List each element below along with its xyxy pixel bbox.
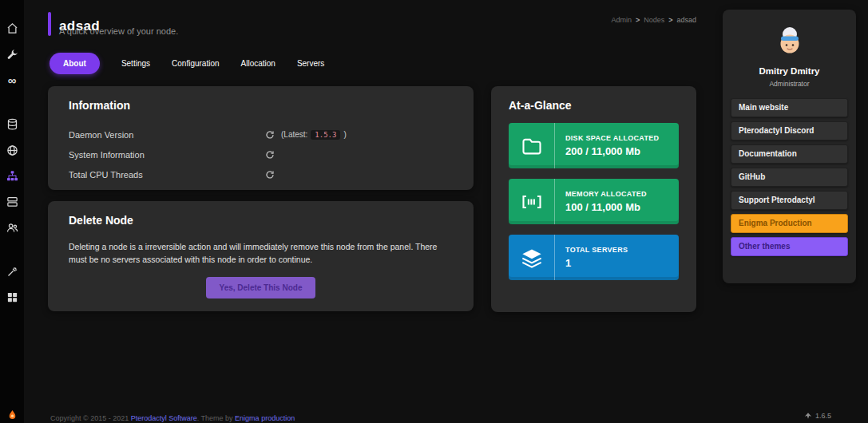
stat-body: TOTAL SERVERS 1 bbox=[555, 235, 679, 280]
server-list-icon[interactable] bbox=[0, 191, 24, 212]
pterodactyl-software-link[interactable]: Pterodactyl Software bbox=[131, 414, 197, 422]
info-label: Total CPU Threads bbox=[69, 170, 265, 180]
footer-version: 1.6.5 bbox=[804, 412, 831, 420]
information-rows: Daemon Version (Latest: 1.5.3 ) System I… bbox=[69, 125, 453, 184]
avatar bbox=[772, 23, 807, 58]
tab-configuration[interactable]: Configuration bbox=[172, 59, 219, 68]
breadcrumb-admin[interactable]: Admin bbox=[611, 16, 632, 24]
latest-suffix: ) bbox=[343, 130, 346, 139]
info-row-system-information: System Information bbox=[69, 144, 453, 164]
profile-links: Main website Pterodactyl Discord Documen… bbox=[731, 98, 848, 256]
refresh-icon[interactable] bbox=[265, 170, 275, 180]
breadcrumb-separator: > bbox=[636, 16, 640, 24]
link-pterodactyl-discord[interactable]: Pterodactyl Discord bbox=[731, 121, 848, 140]
latest-prefix: (Latest: bbox=[281, 130, 307, 139]
breadcrumb-nodes[interactable]: Nodes bbox=[644, 16, 664, 24]
link-other-themes[interactable]: Other themes bbox=[731, 237, 848, 256]
stat-label: MEMORY ALLOCATED bbox=[565, 190, 679, 198]
wand-icon[interactable] bbox=[0, 261, 24, 282]
info-label: System Information bbox=[69, 150, 265, 160]
database-icon[interactable] bbox=[0, 113, 24, 134]
grid-icon[interactable] bbox=[0, 287, 24, 307]
info-row-daemon-version: Daemon Version (Latest: 1.5.3 ) bbox=[69, 125, 453, 144]
stat-value: 200 / 11,000 Mb bbox=[565, 145, 679, 157]
profile-role: Administrator bbox=[731, 80, 848, 88]
copyright-text: Copyright © 2015 - 2021 bbox=[50, 414, 131, 422]
information-title: Information bbox=[69, 99, 453, 112]
stat-body: MEMORY ALLOCATED 100 / 11,000 Mb bbox=[555, 179, 679, 224]
profile-name: Dmitry Dmitry bbox=[731, 66, 848, 76]
link-documentation[interactable]: Documentation bbox=[731, 144, 848, 164]
left-icon-rail: ∞ bbox=[0, 0, 24, 423]
footer-copyright: Copyright © 2015 - 2021 Pterodactyl Soft… bbox=[50, 414, 295, 422]
tab-allocation[interactable]: Allocation bbox=[241, 59, 275, 68]
folder-icon bbox=[509, 123, 555, 168]
info-row-total-cpu-threads: Total CPU Threads bbox=[69, 164, 453, 184]
theme-by-text: . Theme by bbox=[197, 414, 235, 422]
link-support-pterodactyl[interactable]: Support Pterodactyl bbox=[731, 191, 848, 210]
layers-icon bbox=[509, 235, 555, 280]
sitemap-nodes-icon[interactable] bbox=[0, 165, 24, 186]
link-enigma-production[interactable]: Enigma Production bbox=[731, 214, 848, 233]
stat-memory: MEMORY ALLOCATED 100 / 11,000 Mb bbox=[509, 179, 679, 224]
at-a-glance-card: At-a-Glance DISK SPACE ALLOCATED 200 / 1… bbox=[491, 86, 696, 312]
node-tabs: About Settings Configuration Allocation … bbox=[50, 53, 324, 74]
users-icon[interactable] bbox=[0, 217, 24, 238]
info-label: Daemon Version bbox=[69, 130, 265, 140]
title-accent-bar bbox=[48, 12, 51, 36]
memory-icon bbox=[509, 179, 555, 224]
at-a-glance-title: At-a-Glance bbox=[509, 99, 679, 112]
breadcrumb-separator: > bbox=[668, 16, 672, 24]
delete-node-warning: Deleting a node is a irreversible action… bbox=[69, 241, 452, 267]
refresh-icon[interactable] bbox=[265, 150, 275, 160]
home-icon[interactable] bbox=[0, 18, 24, 38]
refresh-icon[interactable] bbox=[265, 130, 275, 140]
stat-body: DISK SPACE ALLOCATED 200 / 11,000 Mb bbox=[555, 123, 679, 168]
information-card: Information Daemon Version (Latest: 1.5.… bbox=[48, 86, 474, 190]
globe-icon[interactable] bbox=[0, 140, 24, 160]
stat-value: 1 bbox=[565, 257, 679, 269]
tab-servers[interactable]: Servers bbox=[297, 59, 324, 68]
stat-value: 100 / 11,000 Mb bbox=[565, 201, 679, 213]
stat-label: TOTAL SERVERS bbox=[565, 246, 679, 254]
stat-disk-space: DISK SPACE ALLOCATED 200 / 11,000 Mb bbox=[509, 123, 679, 168]
tab-settings[interactable]: Settings bbox=[121, 59, 150, 68]
panel-logo-icon bbox=[1, 407, 23, 421]
tab-about[interactable]: About bbox=[50, 53, 100, 74]
pterodactyl-glyph-icon bbox=[804, 412, 812, 420]
breadcrumb-current: adsad bbox=[676, 16, 696, 24]
page-subtitle: A quick overview of your node. bbox=[59, 26, 178, 36]
delete-node-button[interactable]: Yes, Delete This Node bbox=[206, 277, 316, 298]
delete-node-title: Delete Node bbox=[69, 214, 453, 227]
stats-list: DISK SPACE ALLOCATED 200 / 11,000 Mb MEM… bbox=[509, 123, 679, 280]
enigma-production-link[interactable]: Enigma production bbox=[235, 414, 295, 422]
version-badge: 1.5.3 bbox=[311, 130, 340, 140]
infinity-icon[interactable]: ∞ bbox=[0, 69, 24, 90]
delete-node-card: Delete Node Deleting a node is a irrever… bbox=[48, 201, 474, 311]
wrench-icon[interactable] bbox=[0, 44, 24, 65]
daemon-latest-version: (Latest: 1.5.3 ) bbox=[281, 130, 347, 140]
breadcrumb: Admin > Nodes > adsad bbox=[611, 16, 696, 24]
link-main-website[interactable]: Main website bbox=[731, 98, 848, 117]
stat-total-servers: TOTAL SERVERS 1 bbox=[509, 235, 679, 280]
version-text: 1.6.5 bbox=[815, 412, 831, 420]
stat-label: DISK SPACE ALLOCATED bbox=[565, 134, 679, 142]
profile-card: Dmitry Dmitry Administrator Main website… bbox=[723, 10, 856, 283]
link-github[interactable]: GitHub bbox=[731, 168, 848, 187]
